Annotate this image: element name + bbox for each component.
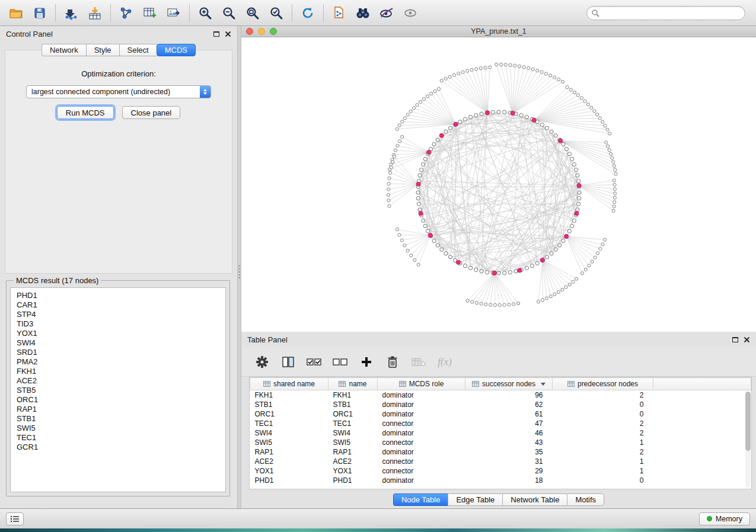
mcds-result-item[interactable]: STP4: [17, 310, 225, 319]
memory-button[interactable]: Memory: [699, 512, 750, 525]
open-folder-icon[interactable]: [6, 3, 26, 23]
table-panel: Table Panel f(x): [241, 332, 756, 508]
predecessor-count-cell: 1: [553, 457, 653, 466]
table-row[interactable]: YOX1YOX1connector291: [250, 466, 751, 476]
tab-edge-table[interactable]: Edge Table: [448, 493, 502, 506]
mcds-result-item[interactable]: PMA2: [17, 357, 225, 367]
table-row[interactable]: SWI4SWI4dominator462: [250, 428, 751, 438]
zoom-in-icon[interactable]: [195, 3, 215, 23]
table-row[interactable]: RAP1RAP1dominator352: [250, 447, 751, 457]
dominator-node[interactable]: [486, 111, 490, 115]
task-list-button[interactable]: [6, 512, 24, 525]
dominator-node[interactable]: [518, 268, 522, 273]
zoom-selected-icon[interactable]: [266, 3, 286, 23]
show-eye-icon[interactable]: [400, 3, 420, 23]
dominator-node[interactable]: [492, 271, 496, 275]
refresh-icon[interactable]: [298, 3, 318, 23]
panel-splitter[interactable]: [237, 26, 241, 508]
hide-analyzer-icon[interactable]: [377, 3, 397, 23]
mcds-result-item[interactable]: TEC1: [17, 433, 225, 443]
dominator-node[interactable]: [416, 182, 420, 186]
zoom-fit-icon[interactable]: [243, 3, 263, 23]
dominator-node[interactable]: [541, 258, 545, 262]
column-header-mcds-role[interactable]: MCDS role: [378, 378, 465, 390]
deselect-all-columns-icon[interactable]: [333, 354, 348, 370]
table-row[interactable]: TEC1TEC1connector472: [250, 419, 751, 428]
mcds-result-item[interactable]: GCR1: [17, 443, 225, 452]
network-canvas[interactable]: [241, 37, 756, 332]
dominator-node[interactable]: [419, 211, 423, 216]
tab-select[interactable]: Select: [119, 44, 157, 56]
dominator-node[interactable]: [511, 111, 515, 116]
dominator-node[interactable]: [559, 139, 563, 143]
table-row[interactable]: FKH1FKH1dominator962: [250, 390, 751, 400]
mcds-result-item[interactable]: SRD1: [17, 348, 225, 357]
tab-network-table[interactable]: Network Table: [502, 493, 567, 506]
mcds-result-item[interactable]: PHD1: [17, 291, 225, 300]
table-scrollbar-thumb[interactable]: [745, 392, 751, 451]
new-network-icon[interactable]: [116, 3, 136, 23]
tab-style[interactable]: Style: [86, 44, 119, 56]
import-network-file-icon[interactable]: [61, 3, 81, 23]
sort-chevron-icon[interactable]: [541, 383, 546, 386]
dominator-node[interactable]: [439, 133, 444, 137]
tab-mcds[interactable]: MCDS: [157, 44, 196, 56]
row-filler: [653, 438, 751, 447]
mcds-result-list[interactable]: PHD1CAR1STP4TID3YOX1SWI4SRD1PMA2FKH1ACE2…: [10, 287, 226, 492]
select-all-columns-icon[interactable]: [307, 354, 322, 370]
dominator-node[interactable]: [532, 118, 536, 122]
table-row[interactable]: SWI5SWI5connector431: [250, 438, 751, 447]
table-row[interactable]: PHD1PHD1dominator180: [250, 476, 751, 485]
copy-share-document-icon[interactable]: [329, 3, 349, 23]
mcds-result-item[interactable]: RAP1: [17, 405, 225, 414]
table-scrollbar-track[interactable]: [745, 392, 751, 488]
float-panel-icon[interactable]: [213, 31, 219, 37]
column-header-predecessor-nodes[interactable]: predecessor nodes: [553, 378, 653, 390]
mcds-result-item[interactable]: ACE2: [17, 376, 225, 386]
mcds-result-item[interactable]: CAR1: [17, 300, 225, 310]
float-table-panel-icon[interactable]: [732, 337, 738, 342]
table-row[interactable]: ORC1ORC1dominator610: [250, 409, 751, 419]
tab-motifs[interactable]: Motifs: [567, 493, 604, 506]
dominator-node[interactable]: [577, 184, 581, 188]
optimization-criterion-dropdown[interactable]: largest connected component (undirected): [26, 85, 211, 98]
close-table-panel-icon[interactable]: [744, 336, 750, 343]
dominator-node[interactable]: [428, 233, 432, 238]
table-settings-gear-icon[interactable]: [254, 354, 270, 370]
table-row[interactable]: ACE2ACE2connector311: [250, 457, 751, 466]
column-header-shared-name[interactable]: shared name: [250, 378, 328, 390]
add-icon[interactable]: [359, 354, 374, 370]
table-row[interactable]: STB1STB1dominator620: [250, 400, 751, 409]
mcds-result-item[interactable]: TID3: [17, 319, 225, 329]
export-image-icon[interactable]: [164, 3, 184, 23]
mcds-result-item[interactable]: STB5: [17, 386, 225, 395]
search-field-wrap: [586, 6, 745, 20]
tab-node-table[interactable]: Node Table: [393, 493, 448, 506]
tab-network[interactable]: Network: [42, 44, 86, 56]
close-panel-icon[interactable]: [225, 31, 231, 37]
delete-trash-icon[interactable]: [385, 354, 400, 370]
mcds-result-item[interactable]: STB1: [17, 414, 225, 424]
mcds-result-item[interactable]: ORC1: [17, 395, 225, 405]
search-input[interactable]: [586, 6, 745, 20]
dominator-node[interactable]: [454, 122, 458, 126]
column-header-name[interactable]: name: [328, 378, 378, 390]
successor-count-cell: 96: [465, 390, 553, 400]
new-table-icon[interactable]: [140, 3, 160, 23]
mcds-result-item[interactable]: SWI4: [17, 338, 225, 348]
column-header-successor-nodes[interactable]: successor nodes: [465, 378, 553, 390]
dominator-node[interactable]: [456, 260, 460, 264]
mcds-result-item[interactable]: FKH1: [17, 367, 225, 376]
dominator-node[interactable]: [427, 150, 431, 154]
dominator-node[interactable]: [575, 211, 579, 216]
dominator-node[interactable]: [564, 235, 569, 239]
import-table-file-icon[interactable]: [85, 3, 105, 23]
run-mcds-button[interactable]: Run MCDS: [57, 106, 114, 119]
save-icon[interactable]: [30, 3, 50, 23]
mcds-result-item[interactable]: YOX1: [17, 329, 225, 338]
zoom-out-icon[interactable]: [219, 3, 239, 23]
show-columns-icon[interactable]: [280, 354, 296, 370]
mcds-result-item[interactable]: SWI5: [17, 424, 225, 433]
close-panel-button[interactable]: Close panel: [122, 106, 181, 119]
binoculars-icon[interactable]: [353, 3, 373, 23]
